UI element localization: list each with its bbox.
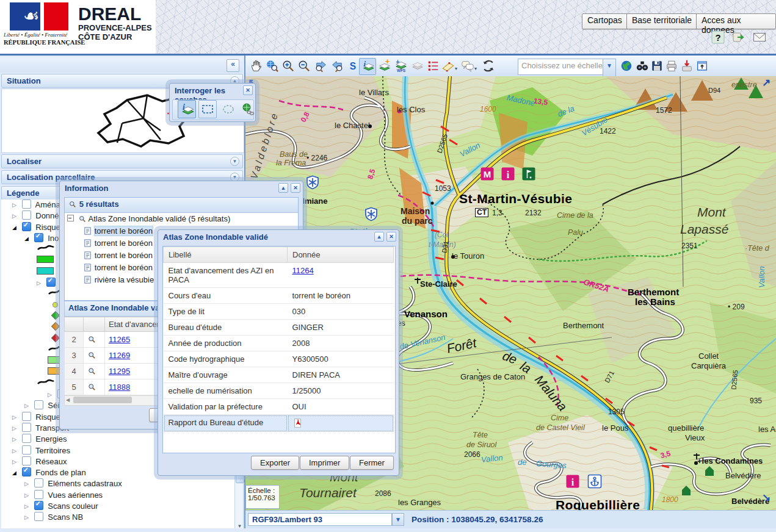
tree-expander-icon[interactable]: ▷ bbox=[12, 459, 20, 465]
toolbar-tool[interactable]: ▾ bbox=[359, 58, 376, 75]
layer-checkbox[interactable]: ✓ bbox=[22, 445, 31, 455]
result-link[interactable]: 11265 bbox=[109, 335, 130, 344]
map-poi-icon bbox=[565, 474, 580, 491]
toolbar-tool[interactable]: ▾ bbox=[618, 58, 635, 75]
layer-checkbox[interactable]: ✓ bbox=[22, 456, 31, 466]
interroger-tool[interactable] bbox=[178, 100, 196, 118]
layer-checkbox[interactable]: ✓ bbox=[34, 501, 43, 510]
tree-expander-icon[interactable]: ▷ bbox=[12, 425, 20, 431]
toolbar-tool[interactable]: ▾ bbox=[678, 58, 695, 75]
toolbar-tool[interactable]: ▾ bbox=[328, 58, 346, 75]
column-donnee[interactable]: Donnée bbox=[288, 247, 394, 263]
close-icon[interactable]: ✕ bbox=[243, 85, 253, 95]
pdf-icon[interactable] bbox=[292, 418, 303, 428]
tree-expander-icon[interactable]: ◢ bbox=[12, 470, 20, 476]
panel-header-localiser[interactable]: Localiser ▼ bbox=[1, 154, 243, 168]
toolbar-tool[interactable]: ▾ bbox=[409, 58, 426, 75]
layer-checkbox[interactable]: ✓ bbox=[22, 200, 31, 209]
scale-combobox[interactable]: Choisissez une échelle bbox=[518, 59, 606, 75]
minimize-icon[interactable]: ▲ bbox=[278, 183, 288, 193]
toolbar-tool[interactable]: ▾ bbox=[480, 58, 497, 75]
layer-checkbox[interactable]: ✓ bbox=[34, 400, 43, 409]
toolbar-tool[interactable]: ▾ bbox=[459, 58, 476, 75]
tree-expander-icon[interactable]: ▷ bbox=[37, 280, 44, 286]
zoom-to-result-icon[interactable] bbox=[87, 351, 96, 360]
legend-row[interactable]: ▷ ✓ Eléments cadastraux bbox=[1, 478, 234, 489]
toolbar-tool[interactable]: ▾ bbox=[376, 58, 393, 75]
interroger-tool[interactable] bbox=[239, 100, 257, 118]
header-icon-button[interactable] bbox=[710, 30, 726, 45]
result-link[interactable]: 11888 bbox=[109, 383, 130, 392]
dialog-button[interactable]: Fermer bbox=[350, 456, 394, 470]
close-icon[interactable]: ✕ bbox=[291, 183, 300, 193]
dropdown-caret-icon[interactable]: ▾ bbox=[455, 66, 457, 71]
layer-checkbox[interactable]: ✓ bbox=[22, 434, 31, 443]
result-link[interactable]: 11269 bbox=[109, 351, 130, 360]
dropdown-caret-icon[interactable]: ▾ bbox=[474, 66, 477, 71]
header-nav-button[interactable]: Acces aux donnees bbox=[696, 13, 776, 29]
tree-expander-icon[interactable]: ▷ bbox=[24, 503, 32, 509]
tree-expander-icon[interactable]: ▷ bbox=[12, 213, 20, 219]
tree-expander-icon[interactable]: ▷ bbox=[24, 403, 32, 409]
toolbar-tool[interactable]: ▾ bbox=[248, 58, 265, 75]
dialog-button[interactable]: Exporter bbox=[251, 456, 299, 470]
scroll-left-icon[interactable]: ◀ bbox=[66, 397, 70, 403]
toolbar-tool[interactable]: ▾ bbox=[280, 58, 297, 75]
header-icon-button[interactable] bbox=[730, 30, 746, 45]
tree-expander-icon[interactable]: ▷ bbox=[12, 202, 20, 208]
scale-combobox-arrow-icon[interactable]: ▼ bbox=[603, 59, 616, 77]
attribute-link[interactable]: 11264 bbox=[292, 266, 314, 275]
result-link[interactable]: 11295 bbox=[109, 367, 130, 376]
zoom-to-result-icon[interactable] bbox=[87, 335, 96, 344]
toolbar-tool[interactable]: ▾ bbox=[296, 58, 313, 75]
tree-expander-icon[interactable]: ▷ bbox=[24, 492, 32, 498]
tree-expander-icon[interactable]: ◢ bbox=[12, 225, 20, 231]
toolbar-tool[interactable]: ▾ bbox=[393, 58, 410, 75]
header-icon-button[interactable] bbox=[752, 30, 767, 45]
legend-row[interactable]: ▷ ✓ Scans NB bbox=[1, 512, 234, 523]
layer-checkbox[interactable]: ✓ bbox=[34, 512, 43, 521]
header-nav-button[interactable]: Base territoriale bbox=[626, 13, 697, 29]
tree-expander-icon[interactable]: ▷ bbox=[48, 392, 55, 398]
toolbar-tool[interactable]: ▾ bbox=[313, 58, 330, 75]
layer-checkbox[interactable]: ✓ bbox=[34, 490, 43, 499]
scrollbar-thumb[interactable] bbox=[73, 397, 132, 403]
toolbar-tool[interactable]: ▾ bbox=[440, 58, 457, 75]
toolbar-tool[interactable]: ▾ bbox=[663, 58, 680, 75]
legend-row[interactable]: ▷ ✓ Scans couleur bbox=[1, 501, 234, 512]
dialog-button[interactable]: Imprimer bbox=[300, 456, 349, 470]
expand-down-icon[interactable]: ▼ bbox=[230, 157, 239, 166]
layer-checkbox[interactable]: ✓ bbox=[22, 423, 31, 432]
close-icon[interactable]: ✕ bbox=[386, 232, 396, 242]
layer-checkbox[interactable]: ✓ bbox=[46, 278, 56, 287]
projection-select[interactable]: RGF93/Lambert 93 bbox=[248, 513, 392, 526]
tree-expander-icon[interactable]: ▷ bbox=[12, 436, 20, 442]
layer-checkbox[interactable]: ✓ bbox=[22, 412, 31, 421]
tree-expander-icon[interactable]: ▷ bbox=[24, 514, 32, 520]
tree-expander-icon[interactable]: ◢ bbox=[24, 235, 32, 242]
projection-select-arrow-icon[interactable]: ▼ bbox=[392, 513, 404, 526]
minimize-icon[interactable]: ▲ bbox=[374, 232, 384, 242]
layer-checkbox[interactable]: ✓ bbox=[22, 222, 31, 231]
layer-checkbox[interactable]: ✓ bbox=[22, 467, 31, 476]
interroger-tool[interactable] bbox=[219, 100, 238, 118]
layer-checkbox[interactable]: ✓ bbox=[22, 210, 31, 220]
column-libelle[interactable]: Libellé bbox=[164, 247, 288, 263]
toolbar-tool[interactable]: ▾ bbox=[694, 58, 711, 75]
header-nav-button[interactable]: Cartopas bbox=[582, 13, 628, 29]
tree-expander-icon[interactable]: ▷ bbox=[12, 414, 20, 420]
layer-checkbox[interactable]: ✓ bbox=[34, 478, 43, 487]
tree-expander-icon[interactable]: ▷ bbox=[12, 448, 20, 454]
layer-checkbox[interactable]: ✓ bbox=[34, 233, 43, 242]
interroger-tool[interactable] bbox=[198, 100, 217, 118]
collapse-box-icon[interactable] bbox=[67, 215, 74, 221]
zoom-to-result-icon[interactable] bbox=[87, 383, 96, 392]
results-tree-root[interactable]: Atlas Zone Inondable validé (5 résultats… bbox=[65, 213, 298, 225]
zoom-to-result-icon[interactable] bbox=[87, 367, 96, 376]
sidebar-collapse-button[interactable]: « bbox=[227, 59, 239, 72]
legend-diamond-symbol bbox=[51, 333, 60, 342]
attribute-value: OUI bbox=[292, 402, 306, 411]
toolbar-tool[interactable]: ▾ bbox=[264, 58, 281, 75]
tree-expander-icon[interactable]: ▷ bbox=[24, 481, 32, 487]
map-label: Vallon bbox=[758, 266, 766, 288]
